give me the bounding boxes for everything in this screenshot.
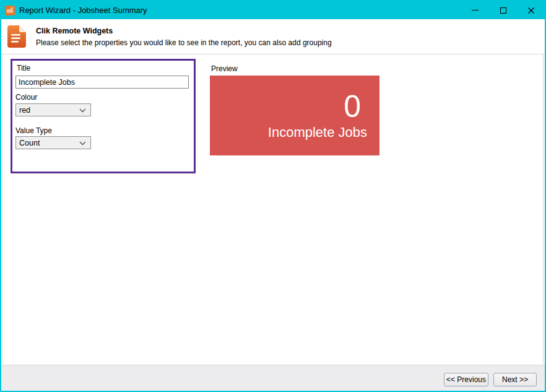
minimize-icon bbox=[472, 10, 479, 11]
wizard-footer: << Previous Next >> bbox=[1, 365, 545, 391]
chevron-down-icon bbox=[79, 141, 86, 146]
maximize-icon bbox=[500, 7, 506, 14]
value-type-select[interactable]: Count bbox=[15, 136, 91, 149]
window-controls bbox=[461, 1, 545, 19]
document-icon bbox=[7, 25, 27, 48]
title-input[interactable] bbox=[15, 76, 189, 89]
close-button[interactable] bbox=[517, 1, 545, 19]
wizard-header: Clik Remote Widgets Please select the pr… bbox=[1, 19, 545, 54]
previous-button[interactable]: << Previous bbox=[444, 373, 488, 386]
chevron-down-icon bbox=[79, 108, 86, 113]
header-subtitle: Please select the properties you would l… bbox=[36, 38, 332, 48]
app-icon[interactable] bbox=[5, 6, 15, 15]
colour-select[interactable]: red bbox=[15, 103, 91, 116]
widget-preview-card: 0 Incomplete Jobs bbox=[210, 76, 379, 155]
close-icon bbox=[527, 7, 535, 14]
colour-label: Colour bbox=[15, 93, 37, 102]
preview-count-value: 0 bbox=[344, 90, 361, 123]
next-button[interactable]: Next >> bbox=[493, 373, 537, 386]
widget-properties-panel: Title Colour red Value Type Count bbox=[11, 59, 196, 173]
window-title: Report Wizard - Jobsheet Summary bbox=[19, 6, 147, 15]
maximize-button[interactable] bbox=[489, 1, 517, 19]
header-text: Clik Remote Widgets Please select the pr… bbox=[36, 26, 332, 48]
colour-select-value: red bbox=[19, 106, 30, 115]
report-wizard-window: Report Wizard - Jobsheet Summary bbox=[0, 0, 546, 392]
minimize-button[interactable] bbox=[461, 1, 489, 19]
value-type-select-value: Count bbox=[19, 139, 40, 147]
title-label: Title bbox=[17, 64, 30, 72]
titlebar: Report Wizard - Jobsheet Summary bbox=[1, 1, 545, 19]
value-type-label: Value Type bbox=[15, 126, 52, 135]
preview-label: Preview bbox=[211, 64, 238, 73]
preview-card-title: Incomplete Jobs bbox=[268, 124, 367, 141]
header-title: Clik Remote Widgets bbox=[36, 26, 332, 36]
wizard-page: Title Colour red Value Type Count Previe… bbox=[2, 54, 544, 365]
